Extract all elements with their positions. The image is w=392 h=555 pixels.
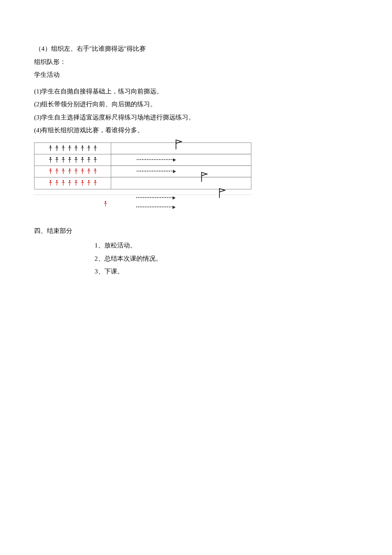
text-activity-1: (1)学生在自抛自接得基础上，练习向前掷远。: [34, 85, 358, 98]
diagram-arrow-lane-1: [111, 154, 251, 166]
diagram-grid: [34, 142, 251, 189]
diagram-row-1-students: [35, 143, 111, 154]
text-activity-4: (4)有组长组织游戏比赛，看谁得分多。: [34, 124, 358, 137]
throw-direction-arrow-icon: [136, 197, 175, 198]
text-item-4: （4）组织左、右手"比谁掷得远"得比赛: [34, 43, 358, 55]
student-figure-red-icon: [49, 169, 52, 174]
diagram-arrow-lane-2: [111, 166, 251, 177]
marker-flag-icon: [175, 139, 183, 148]
throw-direction-arrow-icon: [137, 171, 175, 171]
ending-item-2: 2、总结本次课的情况。: [95, 253, 358, 265]
student-figure-icon: [49, 145, 52, 151]
formation-diagram: [34, 142, 256, 213]
throw-direction-arrow-icon: [136, 206, 175, 207]
text-student-activity-heading: 学生活动: [34, 69, 358, 81]
section-4-heading: 四、结束部分: [34, 225, 358, 237]
ending-item-1: 1、放松活动。: [95, 239, 358, 252]
throw-direction-arrow-icon: [137, 159, 175, 160]
text-activity-3: (3)学生自主选择适宜远度标尺得练习场地进行掷远练习。: [34, 111, 358, 124]
marker-flag-icon: [218, 188, 227, 197]
text-activity-2: (2)组长带领分别进行向前、向后抛的练习。: [34, 98, 358, 110]
diagram-row-4-students: [35, 177, 111, 189]
ending-item-3: 3、下课。: [95, 265, 358, 278]
text-formation-label: 组织队形：: [34, 56, 358, 68]
teacher-figure-icon: [104, 199, 107, 211]
diagram-row-2-students: [35, 154, 111, 166]
diagram-row-3-students: [35, 166, 111, 177]
marker-flag-icon: [200, 171, 209, 181]
